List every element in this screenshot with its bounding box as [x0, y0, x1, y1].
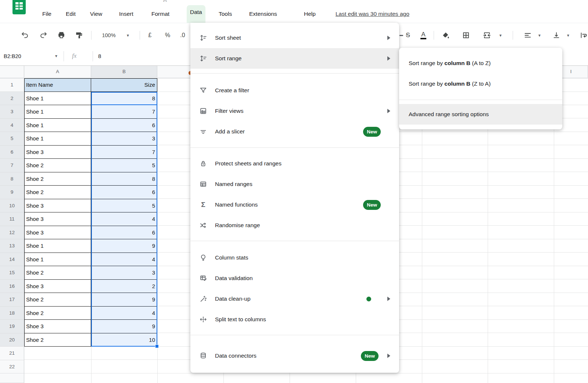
- table-cell[interactable]: Shoe 2: [24, 293, 91, 307]
- menu-item-column-stats[interactable]: Column stats: [190, 247, 399, 268]
- last-edit-link[interactable]: Last edit was 30 minutes ago: [336, 8, 409, 20]
- row-header-8[interactable]: 8: [0, 172, 24, 186]
- menubar-item-data[interactable]: Data: [187, 5, 205, 23]
- table-cell[interactable]: Shoe 1: [24, 132, 91, 146]
- row-header-21[interactable]: 21: [0, 347, 24, 360]
- row-header-2[interactable]: 2: [0, 92, 24, 105]
- menu-item-randomise-range[interactable]: Randomise range: [190, 215, 399, 236]
- submenu-item-sort-za[interactable]: Sort range by column B (Z to A): [399, 74, 562, 94]
- zoom-select[interactable]: 100%: [98, 23, 119, 47]
- table-cell[interactable]: Shoe 2: [24, 186, 91, 199]
- currency-format-button[interactable]: £: [144, 23, 156, 47]
- name-box[interactable]: B2:B20: [4, 47, 21, 65]
- row-header-12[interactable]: 12: [0, 226, 24, 240]
- zoom-caret-icon[interactable]: ▼: [124, 23, 132, 47]
- active-cell-B2[interactable]: [91, 92, 157, 105]
- table-cell[interactable]: Shoe 1: [24, 92, 91, 105]
- table-header-cell[interactable]: Item Name: [24, 78, 91, 92]
- column-header-A[interactable]: A: [24, 66, 91, 78]
- selection-range-B2-B20[interactable]: [91, 92, 157, 347]
- borders-button[interactable]: [460, 23, 472, 47]
- menu-item-sort-sheet[interactable]: Sort sheet: [190, 28, 399, 48]
- text-color-button[interactable]: A: [417, 23, 429, 47]
- print-button[interactable]: [55, 23, 67, 47]
- menubar-item-format[interactable]: Format: [148, 8, 173, 20]
- redo-button[interactable]: [37, 23, 49, 47]
- menu-item-create-filter[interactable]: Create a filter: [190, 80, 399, 101]
- table-cell[interactable]: Shoe 3: [24, 146, 91, 159]
- menu-item-named-ranges[interactable]: Named ranges: [190, 174, 399, 194]
- row-header-16[interactable]: 16: [0, 280, 24, 293]
- row-header-10[interactable]: 10: [0, 199, 24, 213]
- undo-button[interactable]: [19, 23, 31, 47]
- row-header-22[interactable]: 22: [0, 360, 24, 374]
- table-cell[interactable]: Shoe 2: [24, 266, 91, 280]
- table-cell[interactable]: Shoe 2: [24, 333, 91, 347]
- submenu-item-advanced-sorting[interactable]: Advanced range sorting options: [399, 104, 562, 125]
- row-header-9[interactable]: 9: [0, 186, 24, 199]
- vertical-align-caret-icon[interactable]: ▼: [564, 23, 572, 47]
- text-wrap-button[interactable]: [578, 23, 588, 47]
- row-header-13[interactable]: 13: [0, 239, 24, 253]
- row-header-18[interactable]: 18: [0, 307, 24, 320]
- menu-item-data-validation[interactable]: Data validation: [190, 268, 399, 289]
- selection-fill-handle[interactable]: [155, 344, 159, 348]
- menubar-item-insert[interactable]: Insert: [116, 8, 137, 20]
- paint-format-button[interactable]: [73, 23, 85, 47]
- menubar-item-tools[interactable]: Tools: [215, 8, 235, 20]
- row-header-6[interactable]: 6: [0, 146, 24, 159]
- menu-item-named-functions[interactable]: ΣNamed functionsNew: [190, 194, 399, 215]
- row-header-15[interactable]: 15: [0, 266, 24, 280]
- table-cell[interactable]: Shoe 1: [24, 105, 91, 119]
- table-cell[interactable]: Shoe 3: [24, 320, 91, 333]
- row-header-4[interactable]: 4: [0, 119, 24, 132]
- menubar-item-edit[interactable]: Edit: [62, 8, 79, 20]
- table-cell[interactable]: Shoe 3: [24, 280, 91, 293]
- menu-item-protect-sheets[interactable]: Protect sheets and ranges: [190, 153, 399, 174]
- menu-item-data-connectors[interactable]: Data connectorsNew: [190, 346, 399, 366]
- row-header-17[interactable]: 17: [0, 293, 24, 307]
- fill-color-button[interactable]: [440, 23, 451, 47]
- merge-cells-button[interactable]: [481, 23, 493, 47]
- vertical-align-button[interactable]: [551, 23, 562, 47]
- menubar-item-file[interactable]: File: [39, 8, 55, 20]
- table-cell[interactable]: Shoe 2: [24, 159, 91, 172]
- merge-caret-icon[interactable]: ▼: [497, 23, 504, 47]
- table-cell[interactable]: Shoe 1: [24, 119, 91, 132]
- menu-item-filter-views[interactable]: Filter views: [190, 101, 399, 121]
- row-header-14[interactable]: 14: [0, 253, 24, 266]
- row-header-19[interactable]: 19: [0, 320, 24, 333]
- table-cell[interactable]: Shoe 1: [24, 253, 91, 266]
- table-cell[interactable]: Shoe 2: [24, 172, 91, 186]
- row-header-20[interactable]: 20: [0, 333, 24, 347]
- star-icon[interactable]: ☆: [162, 0, 168, 4]
- table-cell[interactable]: Shoe 1: [24, 239, 91, 253]
- table-cell[interactable]: Shoe 3: [24, 199, 91, 213]
- table-cell[interactable]: Shoe 3: [24, 226, 91, 240]
- strikethrough-button[interactable]: S: [402, 23, 414, 47]
- table-cell[interactable]: Shoe 3: [24, 212, 91, 226]
- row-header-1[interactable]: 1: [0, 78, 24, 92]
- menu-item-sort-range[interactable]: Sort range: [190, 48, 399, 69]
- select-all-corner[interactable]: [0, 66, 24, 78]
- horizontal-align-caret-icon[interactable]: ▼: [536, 23, 543, 47]
- decrease-decimal-button[interactable]: .0: [177, 23, 189, 47]
- formula-input[interactable]: 8: [98, 47, 101, 65]
- menu-item-add-slicer[interactable]: Add a slicerNew: [190, 121, 399, 142]
- row-header-7[interactable]: 7: [0, 159, 24, 172]
- menubar-item-extensions[interactable]: Extensions: [246, 8, 280, 20]
- menubar-item-view[interactable]: View: [87, 8, 105, 20]
- row-header-partial[interactable]: [0, 373, 24, 383]
- horizontal-align-button[interactable]: [522, 23, 534, 47]
- table-cell[interactable]: Shoe 2: [24, 307, 91, 320]
- table-header-cell[interactable]: Size: [91, 78, 157, 92]
- menubar-item-help[interactable]: Help: [301, 8, 319, 20]
- row-header-3[interactable]: 3: [0, 105, 24, 119]
- menu-item-split-text[interactable]: Split text to columns: [190, 309, 399, 330]
- column-header-B[interactable]: B: [91, 66, 157, 78]
- row-header-11[interactable]: 11: [0, 212, 24, 226]
- menu-item-data-cleanup[interactable]: Data clean-up: [190, 289, 399, 309]
- row-header-5[interactable]: 5: [0, 132, 24, 146]
- submenu-item-sort-az[interactable]: Sort range by column B (A to Z): [399, 53, 562, 74]
- percent-format-button[interactable]: %: [162, 23, 173, 47]
